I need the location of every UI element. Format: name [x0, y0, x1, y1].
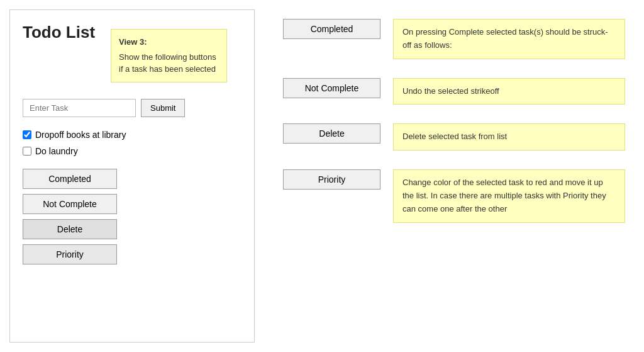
right-note-priority: Change color of the selected task to red…	[393, 169, 625, 222]
task-checkbox-dropoff[interactable]	[23, 130, 31, 139]
task-item-laundry: Do laundry	[23, 146, 242, 156]
task-checkbox-laundry[interactable]	[23, 147, 31, 156]
submit-button[interactable]: Submit	[141, 99, 185, 117]
right-row-not-complete: Not Complete Undo the selected strikeoff	[283, 78, 625, 105]
right-row-priority: Priority Change color of the selected ta…	[283, 169, 625, 222]
priority-button[interactable]: Priority	[23, 244, 117, 264]
right-not-complete-button[interactable]: Not Complete	[283, 78, 380, 98]
action-buttons: Completed Not Complete Delete Priority	[23, 169, 242, 264]
right-delete-button[interactable]: Delete	[283, 123, 380, 144]
task-item-dropoff: Dropoff books at library	[23, 130, 242, 140]
task-list: Dropoff books at library Do laundry	[23, 130, 242, 156]
task-label-laundry: Do laundry	[35, 146, 78, 156]
task-input-row: Submit	[23, 99, 242, 117]
right-priority-button[interactable]: Priority	[283, 169, 380, 190]
task-input[interactable]	[23, 99, 136, 117]
completed-button[interactable]: Completed	[23, 169, 117, 189]
task-label-dropoff: Dropoff books at library	[35, 130, 126, 140]
left-panel: Todo List View 3: Show the following but…	[9, 9, 255, 343]
right-note-delete: Delete selected task from list	[393, 123, 625, 150]
right-panel: Completed On pressing Complete selected …	[264, 6, 644, 352]
right-note-completed: On pressing Complete selected task(s) sh…	[393, 19, 625, 59]
right-row-completed: Completed On pressing Complete selected …	[283, 19, 625, 59]
sticky-note-body: Show the following buttons if a task has…	[119, 51, 219, 76]
sticky-note-view3: View 3: Show the following buttons if a …	[111, 29, 227, 82]
right-note-not-complete: Undo the selected strikeoff	[393, 78, 625, 105]
right-row-delete: Delete Delete selected task from list	[283, 123, 625, 150]
sticky-note-heading: View 3:	[119, 36, 219, 48]
right-completed-button[interactable]: Completed	[283, 19, 380, 39]
not-complete-button[interactable]: Not Complete	[23, 194, 117, 214]
delete-button[interactable]: Delete	[23, 219, 117, 239]
